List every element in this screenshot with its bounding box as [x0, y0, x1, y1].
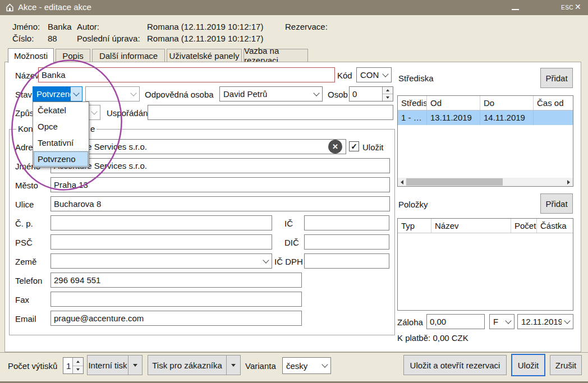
- stav-select[interactable]: Potvrzeno: [33, 86, 82, 101]
- cancel-button[interactable]: Zrušit: [550, 355, 582, 375]
- mesto-label: Město: [15, 181, 38, 190]
- table-row[interactable]: 1 - … 13.11.2019 14.11.2019: [398, 110, 573, 125]
- zeme-select[interactable]: [50, 253, 272, 269]
- close-icon[interactable]: ✕: [575, 2, 581, 11]
- zaloha-input[interactable]: 0,00: [426, 314, 485, 329]
- chevron-down-icon: [89, 105, 100, 119]
- telefon-input[interactable]: 296 694 551: [50, 273, 302, 288]
- ic-input[interactable]: [304, 215, 389, 230]
- tab-moznosti[interactable]: Možnosti: [8, 48, 54, 63]
- col-stredisko: Středis: [398, 96, 427, 110]
- fax-input[interactable]: [50, 292, 302, 307]
- dic-label: DIČ: [284, 238, 299, 247]
- col-do: Do: [480, 96, 534, 110]
- icdph-input[interactable]: [304, 253, 389, 269]
- dropdown-arrow-icon[interactable]: [128, 356, 142, 375]
- zaloha-type-select[interactable]: F: [489, 314, 514, 329]
- strediska-add-button[interactable]: Přidat: [540, 68, 573, 88]
- osob-label: Osob: [328, 90, 348, 99]
- scroll-left-icon[interactable]: [398, 178, 406, 186]
- col-typ: Typ: [398, 219, 431, 233]
- chevron-down-icon[interactable]: [319, 358, 330, 373]
- tab-vazba-na-rezervaci[interactable]: Vazba na rezervaci: [244, 49, 308, 62]
- stav-dropdown[interactable]: Čekatel Opce Tentativní Potvrzeno: [33, 101, 89, 168]
- cislo-value: 88: [48, 34, 57, 43]
- chevron-down-icon[interactable]: [562, 315, 573, 329]
- kod-label: Kód: [337, 71, 352, 80]
- psc-input[interactable]: [50, 234, 272, 250]
- interni-tisk-button[interactable]: Interní tisk: [87, 355, 143, 375]
- polozky-table[interactable]: Typ Název Počet Částka: [397, 218, 573, 311]
- col-cas-od: Čas od: [534, 96, 573, 110]
- zaloha-date-select[interactable]: 12.11.2019: [517, 314, 573, 329]
- cislo-label: Číslo:: [12, 34, 34, 43]
- dropdown-item-opce[interactable]: Opce: [33, 118, 89, 135]
- varianta-select[interactable]: česky: [282, 357, 331, 374]
- nazev-label: Název: [15, 71, 39, 80]
- stepper-arrows-icon[interactable]: [382, 87, 393, 101]
- pocet-vytisku-label: Počet výtisků: [8, 361, 57, 371]
- dropdown-item-cekatel[interactable]: Čekatel: [33, 102, 89, 118]
- dic-input[interactable]: [304, 234, 389, 250]
- ic-label: IČ: [284, 219, 293, 228]
- tisk-pro-zakaznika-button[interactable]: Tisk pro zákazníka: [148, 355, 241, 375]
- chevron-down-icon[interactable]: [260, 254, 272, 268]
- polozky-add-button[interactable]: Přidat: [540, 193, 573, 214]
- col-od: Od: [427, 96, 480, 110]
- dropdown-item-potvrzeno[interactable]: Potvrzeno: [33, 151, 89, 167]
- save-open-reservation-button[interactable]: Uložit a otevřít rezervaci: [403, 355, 507, 375]
- posledni-uprava-value: Romana (12.11.2019 10:12:17): [147, 34, 263, 43]
- mesto-input[interactable]: Praha 13: [50, 177, 390, 192]
- pocet-vytisku-stepper[interactable]: 1: [63, 357, 84, 374]
- rezervace-label: Rezervace:: [285, 22, 328, 31]
- email-input[interactable]: prague@accenture.com: [50, 311, 302, 326]
- adresa-input[interactable]: Accenture Services s.r.o.: [50, 139, 346, 154]
- dropdown-arrow-icon[interactable]: [226, 356, 240, 375]
- cp-input[interactable]: [50, 215, 272, 230]
- col-nazev: Název: [431, 219, 511, 233]
- strediska-table-header: Středis Od Do Čas od: [398, 96, 573, 110]
- tab-uzivatelske-panely[interactable]: Uživatelské panely: [167, 49, 242, 62]
- window-title: Akce - editace akce: [18, 2, 91, 12]
- esc-button[interactable]: ESC: [561, 4, 573, 11]
- zaloha-label: Záloha: [397, 317, 423, 327]
- save-button[interactable]: Uložit: [511, 354, 545, 376]
- varianta-label: Varianta: [245, 361, 276, 371]
- secondary-status-select[interactable]: [85, 86, 140, 101]
- kod-select[interactable]: CON: [356, 67, 392, 82]
- minimize-icon[interactable]: [512, 9, 519, 10]
- strediska-table[interactable]: Středis Od Do Čas od 1 - … 13.11.2019 14…: [397, 95, 573, 187]
- app-icon: [5, 3, 15, 14]
- chevron-down-icon: [380, 68, 391, 82]
- firma-jmeno-input[interactable]: Accenture Services s.r.o.: [50, 158, 390, 173]
- clear-icon[interactable]: ✕: [328, 140, 342, 154]
- usporadani-label: Uspořádání: [107, 108, 150, 118]
- scrollbar-thumb[interactable]: [406, 178, 503, 186]
- strediska-title: Střediska: [398, 73, 434, 83]
- osob-stepper[interactable]: 0: [349, 86, 393, 101]
- nazev-input[interactable]: Banka: [38, 67, 335, 82]
- chevron-down-icon[interactable]: [503, 315, 514, 329]
- odpovedna-osoba-select[interactable]: David Petrů: [219, 86, 323, 101]
- scroll-right-icon[interactable]: [564, 178, 573, 186]
- chevron-down-icon: [128, 87, 139, 101]
- ulice-input[interactable]: Bucharova 8: [50, 196, 390, 211]
- fax-label: Fax: [15, 295, 29, 304]
- window-titlebar[interactable]: Akce - editace akce ESC ✕: [0, 0, 588, 15]
- usporadani-input[interactable]: [148, 105, 393, 120]
- tab-dalsi-informace[interactable]: Další informace: [92, 49, 165, 62]
- polozky-title: Položky: [398, 200, 428, 209]
- chevron-down-icon[interactable]: [311, 87, 322, 101]
- ulice-label: Ulice: [15, 200, 34, 209]
- ulozit-checkbox-label: Uložit: [362, 142, 384, 152]
- stepper-arrows-icon[interactable]: [72, 358, 83, 373]
- dropdown-item-tentativni[interactable]: Tentativní: [33, 135, 89, 151]
- jmeno-header-label: Jméno:: [12, 22, 40, 31]
- h-scrollbar[interactable]: [398, 178, 573, 186]
- cp-label: Č. p.: [15, 219, 33, 228]
- contact-group-legend-suffix: e: [89, 124, 97, 133]
- ulozit-checkbox[interactable]: ✓: [349, 141, 359, 151]
- tab-popis[interactable]: Popis: [56, 49, 90, 62]
- chevron-down-icon[interactable]: [71, 87, 82, 101]
- autor-value: Romana (12.11.2019 10:12:17): [147, 22, 263, 31]
